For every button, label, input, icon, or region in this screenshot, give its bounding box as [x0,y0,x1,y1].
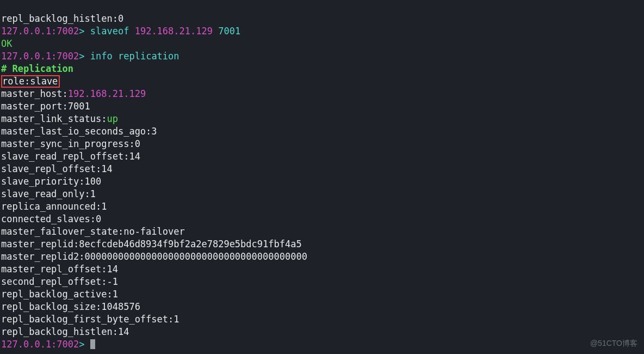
output-line: master_last_io_seconds_ago:3 [1,126,157,137]
output-line: master_replid2:0000000000000000000000000… [1,251,307,262]
prompt-gt: > [79,339,90,350]
output-line: repl_backlog_histlen:14 [1,326,129,337]
output-line: slave_read_only:1 [1,188,96,199]
output-line: second_repl_offset:-1 [1,276,118,287]
prompt-host: 127.0.0.1:7002 [1,339,79,350]
output-line: master_port:7001 [1,101,90,112]
output-line: master_repl_offset:14 [1,264,118,274]
section-header: # Replication [1,63,73,74]
prompt-host: 127.0.0.1:7002 [1,51,79,62]
output-line: slave_repl_offset:14 [1,163,113,174]
role-line: role:slave [2,76,58,87]
output-ip: 192.168.21.129 [68,88,146,99]
result-ok: OK [1,38,12,49]
output-line: connected_slaves:0 [1,213,101,224]
output-line: repl_backlog_first_byte_offset:1 [1,314,179,325]
output-line: repl_backlog_histlen:0 [1,13,123,24]
cmd-port: 7001 [213,26,240,36]
prompt-gt: > [79,26,90,36]
status-up: up [107,113,117,124]
cmd-info: info [90,51,118,62]
cmd-slaveof: slaveof [90,26,135,36]
output-line: master_failover_state:no-failover [1,226,185,237]
output-key: master_link_status: [1,113,107,124]
cursor-block[interactable] [90,339,95,349]
output-line: slave_priority:100 [1,176,101,187]
watermark-text: @51CTO博客 [590,337,637,350]
output-line: master_sync_in_progress:0 [1,138,140,149]
prompt-gt: > [79,51,90,62]
output-line: repl_backlog_size:1048576 [1,301,140,312]
cmd-replication: replication [118,51,179,62]
role-highlight-box: role:slave [1,75,60,88]
output-key: master_host: [1,88,68,99]
output-line: repl_backlog_active:1 [1,289,118,300]
output-line: slave_read_repl_offset:14 [1,151,140,162]
prompt-host: 127.0.0.1:7002 [1,26,79,36]
output-line: replica_announced:1 [1,201,107,212]
cmd-ip: 192.168.21.129 [135,26,213,36]
terminal-output[interactable]: repl_backlog_histlen:0 127.0.0.1:7002> s… [0,0,644,351]
output-line: master_replid:8ecfcdeb46d8934f9bf2a2e782… [1,239,302,249]
